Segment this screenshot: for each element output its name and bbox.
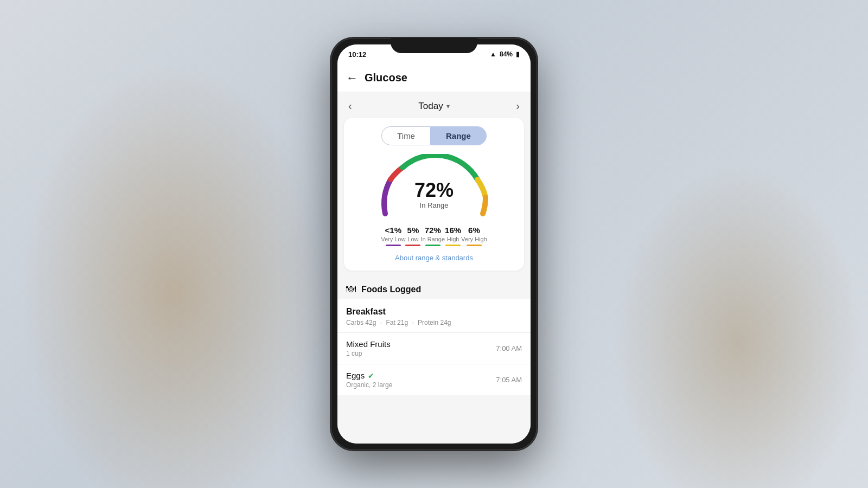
stat-very-high-value: 6% [468,226,480,235]
battery-icon: ▮ [516,50,520,58]
meal-name-breakfast: Breakfast [346,307,522,317]
stat-very-low-name: Very Low [381,236,405,242]
foods-icon: 🍽 [346,284,356,295]
stat-in-range-bar [425,245,441,246]
stat-very-low-value: <1% [385,226,401,235]
stat-in-range-value: 72% [425,226,441,235]
signal-icon: ▲ [490,50,496,58]
range-toggle-button[interactable]: Range [430,126,487,145]
stat-low-bar [405,245,420,246]
food-name-mixed-fruits: Mixed Fruits [346,339,391,349]
about-range-link[interactable]: About range & standards [353,254,515,262]
food-time-eggs: 7:05 AM [496,376,522,384]
food-item-mixed-fruits[interactable]: Mixed Fruits 1 cup 7:00 AM [337,332,531,364]
stat-low-value: 5% [407,226,419,235]
food-serving-mixed-fruits: 1 cup [346,350,391,357]
stat-in-range: 72% In Range [420,226,445,246]
gauge-svg-wrap: 72% In Range [374,154,494,219]
gauge-center-text: 72% In Range [414,181,454,209]
stats-row: <1% Very Low 5% Low 72% In [381,221,487,246]
foods-section-header: 🍽 Foods Logged [337,277,531,299]
status-right: ▲ 84% ▮ [490,50,520,58]
verified-icon-eggs: ✔ [368,371,374,380]
food-info-mixed-fruits: Mixed Fruits 1 cup [346,339,391,357]
gauge-container: 72% In Range <1% Very Low [353,154,515,246]
date-nav: ‹ Today ▾ › [337,92,531,118]
bottom-spacer [337,395,531,408]
stat-very-high-bar [467,245,482,246]
stat-low: 5% Low [405,226,420,246]
stat-high-name: High [447,236,459,242]
stat-high-bar [445,245,461,246]
background: 10:12 ▲ 84% ▮ ← Glucose ‹ Today [0,0,868,488]
scroll-content[interactable]: ‹ Today ▾ › Time Range [337,92,531,444]
stat-very-high-name: Very High [461,236,487,242]
foods-section-title: Foods Logged [361,285,421,294]
gauge-sublabel: In Range [414,201,454,209]
prev-date-button[interactable]: ‹ [348,100,352,112]
phone-screen: 10:12 ▲ 84% ▮ ← Glucose ‹ Today [337,44,531,444]
food-serving-eggs: Organic, 2 large [346,381,392,389]
range-card: Time Range [344,118,524,271]
app-header: ← Glucose [337,64,531,92]
page-title: Glucose [365,72,407,84]
next-date-button[interactable]: › [516,100,520,112]
stat-high: 16% High [445,226,461,246]
back-button[interactable]: ← [346,71,358,85]
stat-very-low-bar [386,245,401,246]
food-info-eggs: Eggs ✔ Organic, 2 large [346,371,392,389]
food-item-eggs[interactable]: Eggs ✔ Organic, 2 large 7:05 AM [337,364,531,395]
gauge-percent: 72% [414,181,454,200]
date-selector[interactable]: Today ▾ [418,101,449,112]
status-time: 10:12 [348,50,366,59]
phone-notch [391,38,477,53]
current-date-label: Today [418,101,443,112]
breakfast-group: Breakfast Carbs 42g · Fat 21g · Protein … [337,299,531,332]
date-dropdown-arrow: ▾ [446,102,450,110]
phone-shell: 10:12 ▲ 84% ▮ ← Glucose ‹ Today [331,38,537,450]
stat-very-low: <1% Very Low [381,226,405,246]
food-name-eggs: Eggs ✔ [346,371,392,380]
view-toggle-group: Time Range [353,126,515,145]
stat-very-high: 6% Very High [461,226,487,246]
stat-high-value: 16% [445,226,461,235]
time-toggle-button[interactable]: Time [381,126,430,145]
stat-low-name: Low [407,236,418,242]
battery-percent: 84% [500,50,513,58]
meal-macros-breakfast: Carbs 42g · Fat 21g · Protein 24g [346,319,522,326]
food-time-mixed-fruits: 7:00 AM [496,344,522,352]
stat-in-range-name: In Range [420,236,445,242]
